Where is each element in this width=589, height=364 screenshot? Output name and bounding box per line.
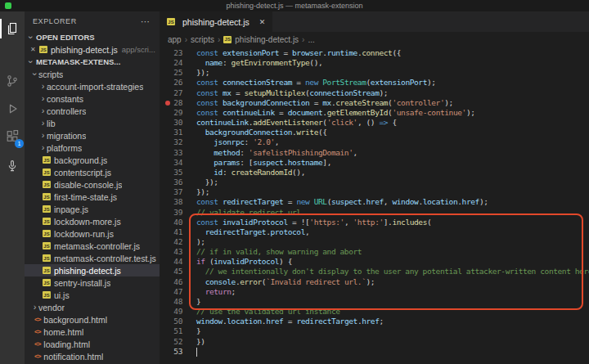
tree-item-notification.html[interactable]: <>notification.html (25, 350, 160, 362)
code-line-51[interactable]: 51} (160, 326, 589, 336)
code-line-31[interactable]: 31 backgroundConnection.write({ (160, 128, 589, 137)
line-number[interactable]: 41 (160, 227, 194, 237)
line-number[interactable]: 32 (160, 137, 194, 147)
code-line-33[interactable]: 33 method: 'safelistPhishingDomain', (160, 148, 589, 158)
line-number[interactable]: 52 (160, 337, 194, 347)
code-line-41[interactable]: 41 redirectTarget.protocol, (160, 227, 589, 237)
line-number[interactable]: 26 (160, 78, 194, 88)
line-number[interactable]: 38 (160, 197, 194, 207)
tree-item-loading.html[interactable]: <>loading.html (25, 338, 160, 350)
tree-item-contentscript.js[interactable]: JScontentscript.js (25, 166, 160, 178)
tree-item-background.html[interactable]: <>background.html (25, 313, 160, 326)
code-line-44[interactable]: 44if (invalidProtocol) { (160, 257, 589, 267)
code-line-45[interactable]: 45 // we intentionally don't display to … (160, 267, 589, 276)
line-number[interactable]: 31 (160, 128, 194, 137)
close-icon[interactable]: ✕ (259, 18, 266, 26)
line-number[interactable]: 36 (160, 178, 194, 187)
line-number[interactable]: 23 (160, 48, 194, 58)
line-number[interactable]: 40 (160, 218, 194, 227)
tree-item-vendor[interactable]: ›vendor (25, 301, 160, 313)
code-line-35[interactable]: 35 id: createRandomId(), (160, 168, 589, 178)
code-line-28[interactable]: 28const backgroundConnection = mx.create… (160, 98, 589, 108)
open-editors-header[interactable]: › OPEN EDITORS (25, 31, 160, 43)
tree-item-metamask-controller.js[interactable]: JSmetamask-controller.js (25, 240, 160, 252)
breakpoint-icon[interactable] (165, 101, 170, 106)
code-line-39[interactable]: 39// validate redirect url (160, 208, 589, 218)
line-number[interactable]: 37 (160, 187, 194, 197)
more-actions-icon[interactable]: ⋯ (141, 16, 150, 27)
extensions-icon[interactable]: 1 (0, 126, 25, 147)
code-line-27[interactable]: 27const mx = setupMultiplex(connectionSt… (160, 88, 589, 98)
tab-phishing-detect[interactable]: JS phishing-detect.js ✕ (160, 11, 272, 32)
line-number[interactable]: 43 (160, 247, 194, 257)
tree-item-controllers[interactable]: ›controllers (25, 105, 160, 117)
breadcrumb-item-scripts[interactable]: scripts (191, 35, 214, 44)
line-number[interactable]: 46 (160, 277, 194, 287)
tree-item-lib[interactable]: ›lib (25, 117, 160, 129)
line-number[interactable]: 28 (160, 98, 194, 108)
code-line-47[interactable]: 47 return; (160, 287, 589, 297)
line-number[interactable]: 24 (160, 58, 194, 68)
line-number[interactable]: 33 (160, 148, 194, 158)
tree-item-ui.js[interactable]: JSui.js (25, 289, 160, 301)
line-number[interactable]: 39 (160, 208, 194, 218)
code-line-52[interactable]: 52}) (160, 337, 589, 347)
code-line-50[interactable]: 50window.location.href = redirectTarget.… (160, 317, 589, 326)
line-number[interactable]: 51 (160, 326, 194, 336)
tree-item-sentry-install.js[interactable]: JSsentry-install.js (25, 276, 160, 289)
line-number[interactable]: 53 (160, 347, 194, 357)
tree-item-inpage.js[interactable]: JSinpage.js (25, 203, 160, 215)
line-number[interactable]: 49 (160, 307, 194, 317)
line-number[interactable]: 34 (160, 158, 194, 168)
code-line-48[interactable]: 48} (160, 297, 589, 307)
code-line-40[interactable]: 40const invalidProtocol = !['https:', 'h… (160, 218, 589, 227)
close-icon[interactable]: ✕ (30, 46, 39, 53)
tree-item-constants[interactable]: ›constants (25, 92, 160, 105)
line-number[interactable]: 29 (160, 108, 194, 118)
breadcrumb-item-phishing-detect.js[interactable]: JSphishing-detect.js (223, 35, 299, 44)
code-line-34[interactable]: 34 params: [suspect.hostname], (160, 158, 589, 168)
tree-item-first-time-state.js[interactable]: JSfirst-time-state.js (25, 191, 160, 203)
breadcrumb-item-app[interactable]: app (168, 35, 182, 44)
code-line-36[interactable]: 36 }); (160, 178, 589, 187)
open-editor-item[interactable]: ✕ JS phishing-detect.js app/scri... (25, 43, 160, 56)
code-editor[interactable]: 23const extensionPort = browser.runtime.… (160, 47, 589, 364)
tree-item-disable-console.js[interactable]: JSdisable-console.js (25, 178, 160, 191)
tree-item-lockdown-run.js[interactable]: JSlockdown-run.js (25, 227, 160, 240)
line-number[interactable]: 35 (160, 168, 194, 178)
code-line-42[interactable]: 42); (160, 237, 589, 247)
code-line-46[interactable]: 46 console.error(`Invalid redirect url.`… (160, 277, 589, 287)
line-number[interactable]: 50 (160, 317, 194, 326)
tree-item-platforms[interactable]: ›platforms (25, 142, 160, 154)
breadcrumb-item-...[interactable]: ... (308, 35, 314, 44)
tree-item-phishing-detect.js[interactable]: JSphishing-detect.js (25, 264, 160, 276)
code-line-49[interactable]: 49// use the validated url instance (160, 307, 589, 317)
line-number[interactable]: 48 (160, 297, 194, 307)
code-line-26[interactable]: 26const connectionStream = new PortStrea… (160, 78, 589, 88)
code-line-25[interactable]: 25}); (160, 68, 589, 78)
line-number[interactable]: 27 (160, 88, 194, 98)
code-line-29[interactable]: 29const continueLink = document.getEleme… (160, 108, 589, 118)
mic-icon[interactable] (0, 155, 25, 177)
code-line-23[interactable]: 23const extensionPort = browser.runtime.… (160, 48, 589, 58)
project-section-header[interactable]: › METAMASK-EXTENS... (25, 56, 160, 68)
tree-item-migrations[interactable]: ›migrations (25, 129, 160, 142)
code-line-30[interactable]: 30continueLink.addEventListener('click',… (160, 118, 589, 128)
tree-item-home.html[interactable]: <>home.html (25, 326, 160, 338)
code-line-53[interactable]: 53 (160, 347, 589, 357)
tree-item-scripts[interactable]: ›scripts (25, 68, 160, 80)
code-line-43[interactable]: 43// if in valid, show warning and abort (160, 247, 589, 257)
code-line-24[interactable]: 24 name: getEnvironmentType(), (160, 58, 589, 68)
source-control-icon[interactable] (0, 70, 25, 92)
code-line-32[interactable]: 32 jsonrpc: '2.0', (160, 137, 589, 147)
tree-item-account-import-strategies[interactable]: ›account-import-strategies (25, 80, 160, 92)
line-number[interactable]: 47 (160, 287, 194, 297)
line-number[interactable]: 45 (160, 267, 194, 276)
line-number[interactable]: 42 (160, 237, 194, 247)
tree-item-background.js[interactable]: JSbackground.js (25, 154, 160, 166)
code-line-38[interactable]: 38const redirectTarget = new URL(suspect… (160, 197, 589, 207)
tree-item-metamask-controller.test.js[interactable]: JSmetamask-controller.test.js (25, 252, 160, 264)
run-debug-icon[interactable] (0, 98, 25, 119)
tree-item-lockdown-more.js[interactable]: JSlockdown-more.js (25, 215, 160, 227)
line-number[interactable]: 44 (160, 257, 194, 267)
